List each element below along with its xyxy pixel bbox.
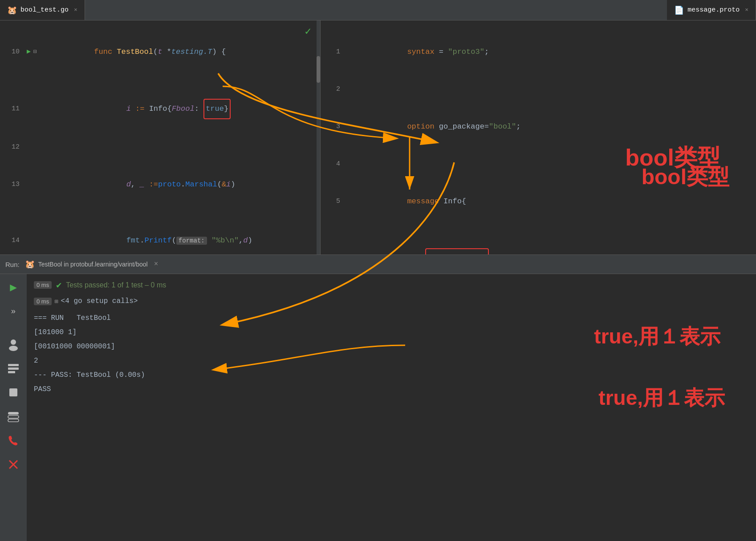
main-container: 🐹 bool_test.go × 📄 message.proto × 10 ▶ … bbox=[0, 0, 756, 541]
proto-num-3: 3 bbox=[324, 117, 340, 136]
left-scrollbar[interactable] bbox=[317, 20, 320, 254]
tab-message-proto-close[interactable]: × bbox=[745, 7, 748, 13]
console-line-pass: --- PASS: TestBool (0.00s) bbox=[34, 368, 749, 382]
svg-point-3 bbox=[11, 339, 16, 345]
profile-btn[interactable] bbox=[4, 335, 22, 353]
proto-content-1: syntax = "proto3"; bbox=[353, 24, 489, 80]
bool-type-annotation: bool类型 bbox=[642, 163, 729, 191]
line-num-14: 14 bbox=[4, 231, 20, 250]
code-line-11: 11 i := Info{Fbool: true} bbox=[0, 80, 320, 138]
svg-rect-7 bbox=[8, 371, 15, 373]
line-num-13: 13 bbox=[4, 175, 20, 194]
go-icon: 🐹 bbox=[7, 5, 17, 15]
left-code-area: 10 ▶ ⊟ func TestBool(t *testing.T) { 11 … bbox=[0, 20, 320, 254]
console-line-pass-final: PASS bbox=[34, 382, 749, 396]
proto-content-3: option go_package="bool"; bbox=[353, 99, 520, 155]
left-scroll-thumb[interactable] bbox=[317, 56, 320, 83]
database-icon bbox=[7, 410, 20, 423]
pass-msg: Tests passed: 1 of 1 test – 0 ms bbox=[66, 281, 166, 289]
proto-content-6: bool fbool=5; bbox=[353, 230, 489, 254]
more-icon: » bbox=[11, 307, 16, 316]
line-content-10: func TestBool(t *testing.T) { bbox=[40, 24, 226, 80]
tab-message-proto-label: message.proto bbox=[687, 6, 740, 14]
run-label: Run: bbox=[5, 261, 20, 268]
true-repr-annotation: true,用１表示 bbox=[594, 323, 720, 351]
sidebar: ▶ » bbox=[0, 274, 27, 541]
bottom-panel: ▶ » bbox=[0, 274, 756, 541]
proto-line-3: 3 option go_package="bool"; bbox=[321, 99, 756, 155]
proto-content-5: message Info{ bbox=[353, 174, 466, 230]
gutter-run-10[interactable]: ▶ bbox=[27, 43, 31, 61]
console-setup-text: <4 go setup calls> bbox=[61, 294, 138, 308]
pass-badge-row: 0 ms ✔ Tests passed: 1 of 1 test – 0 ms bbox=[34, 279, 749, 291]
proto-num-5: 5 bbox=[324, 192, 340, 211]
check-mark: ✓ bbox=[305, 25, 311, 38]
svg-rect-6 bbox=[8, 367, 19, 370]
code-line-10: 10 ▶ ⊟ func TestBool(t *testing.T) { bbox=[0, 24, 320, 80]
run-tab-text: TestBool in protobuf.learning/varint/boo… bbox=[38, 261, 148, 268]
svg-rect-10 bbox=[8, 416, 19, 418]
fold-icon-10: ⊟ bbox=[33, 43, 37, 61]
run-bar: Run: 🐹 TestBool in protobuf.learning/var… bbox=[0, 254, 756, 274]
run-tab-label: TestBool in protobuf.learning/varint/boo… bbox=[38, 261, 148, 268]
ms-badge-1: 0 ms bbox=[34, 281, 52, 289]
proto-num-1: 1 bbox=[324, 43, 340, 61]
play-icon: ▶ bbox=[10, 280, 17, 295]
tab-bool-test[interactable]: 🐹 bool_test.go × bbox=[0, 0, 85, 20]
proto-content-2 bbox=[353, 80, 357, 99]
phone-icon bbox=[8, 435, 19, 446]
phone-btn[interactable] bbox=[4, 432, 22, 449]
code-line-13: 13 d, _ :=proto.Marshal(&i) bbox=[0, 157, 320, 213]
proto-icon: 📄 bbox=[674, 5, 684, 15]
structure-icon bbox=[7, 362, 20, 375]
profile-icon bbox=[7, 338, 20, 351]
line-content-14: fmt.Printf(format: "%b\n",d) bbox=[45, 213, 252, 254]
proto-content-4 bbox=[353, 155, 357, 174]
expand-icon-setup[interactable]: ⊞ bbox=[54, 298, 58, 305]
editor-right: 1 syntax = "proto3"; 2 3 option go_packa… bbox=[321, 20, 756, 254]
pass-text: Tests passed: 1 of 1 test – 0 ms bbox=[66, 281, 166, 289]
proto-line-1: 1 syntax = "proto3"; bbox=[321, 24, 756, 80]
close-x-icon bbox=[8, 459, 19, 470]
console-output: 0 ms ✔ Tests passed: 1 of 1 test – 0 ms … bbox=[27, 274, 756, 541]
database-btn[interactable] bbox=[4, 408, 22, 425]
svg-point-4 bbox=[9, 346, 18, 351]
more-btn[interactable]: » bbox=[4, 303, 22, 320]
run-play-button[interactable]: ▶ bbox=[4, 279, 22, 296]
tab-bool-test-close[interactable]: × bbox=[74, 7, 77, 13]
svg-rect-9 bbox=[8, 412, 19, 415]
tab-message-proto[interactable]: 📄 message.proto × bbox=[667, 0, 756, 20]
line-content-12 bbox=[27, 138, 31, 157]
proto-num-2: 2 bbox=[324, 80, 340, 99]
right-code-area: 1 syntax = "proto3"; 2 3 option go_packa… bbox=[321, 20, 756, 254]
svg-rect-8 bbox=[9, 388, 17, 396]
line-content-11: i := Info{Fbool: true} bbox=[45, 80, 231, 138]
code-line-14: 14 fmt.Printf(format: "%b\n",d) bbox=[0, 213, 320, 254]
proto-num-4: 4 bbox=[324, 155, 340, 174]
stop-icon bbox=[8, 387, 19, 398]
line-num-11: 11 bbox=[4, 100, 20, 118]
proto-line-6: 6 bool fbool=5; bbox=[321, 230, 756, 254]
editor-area: 10 ▶ ⊟ func TestBool(t *testing.T) { 11 … bbox=[0, 20, 756, 254]
run-tab-icon: 🐹 bbox=[25, 259, 35, 269]
line-num-12: 12 bbox=[4, 138, 20, 157]
structure-btn[interactable] bbox=[4, 359, 22, 377]
editor-left: 10 ▶ ⊟ func TestBool(t *testing.T) { 11 … bbox=[0, 20, 321, 254]
ms-badge-2: 0 ms bbox=[34, 298, 52, 305]
console-line-2: 2 bbox=[34, 354, 749, 368]
pass-icon: ✔ bbox=[56, 279, 61, 291]
svg-rect-11 bbox=[8, 419, 19, 422]
run-tab-close[interactable]: × bbox=[154, 260, 159, 268]
console-line-setup: 0 ms ⊞ <4 go setup calls> bbox=[34, 294, 749, 308]
code-line-12: 12 bbox=[0, 138, 320, 157]
proto-num-6: 6 bbox=[324, 249, 340, 254]
tab-bar: 🐹 bool_test.go × 📄 message.proto × bbox=[0, 0, 756, 20]
svg-rect-5 bbox=[8, 364, 19, 366]
proto-line-2: 2 bbox=[321, 80, 756, 99]
tab-bool-test-label: bool_test.go bbox=[20, 6, 69, 14]
line-content-13: d, _ :=proto.Marshal(&i) bbox=[45, 157, 236, 213]
line-num-10: 10 bbox=[4, 43, 20, 61]
stop-btn[interactable] bbox=[4, 384, 22, 401]
close-btn[interactable] bbox=[4, 456, 22, 473]
